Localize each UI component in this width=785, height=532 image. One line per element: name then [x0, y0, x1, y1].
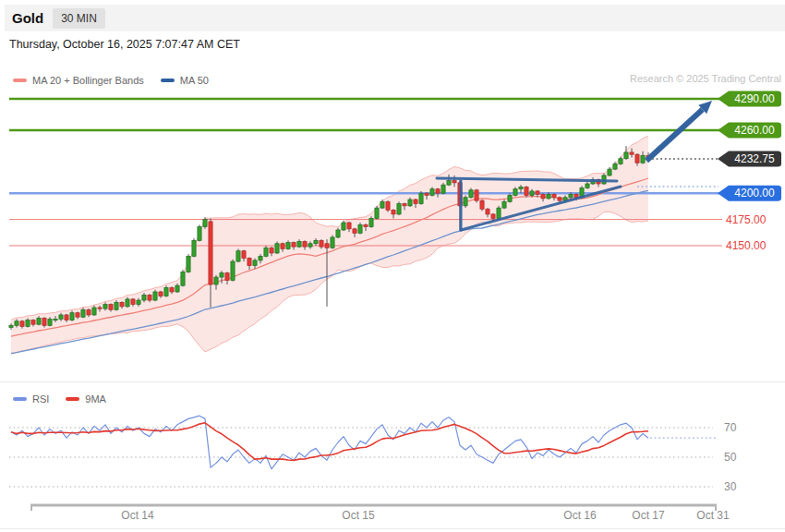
- price-tag-label: 4260.00: [734, 124, 775, 137]
- candle-body: [380, 201, 384, 208]
- candle-body: [397, 204, 401, 214]
- candle-body: [408, 200, 412, 206]
- main-panel: 4290.004260.004232.754200.004175.004150.…: [9, 91, 781, 354]
- candle-body: [613, 163, 617, 169]
- candle-body: [26, 320, 30, 327]
- candle-body: [54, 319, 57, 320]
- candle-body: [164, 287, 168, 296]
- candle-body: [486, 209, 489, 214]
- candle-body: [347, 223, 351, 229]
- candle-body: [425, 193, 429, 195]
- candle-body: [87, 309, 91, 315]
- legend-item-9ma: 9MA: [66, 393, 106, 405]
- x-axis-label-oct-15: Oct 15: [342, 509, 374, 522]
- price-tag-label: 4232.75: [734, 152, 775, 165]
- candle-body: [502, 201, 506, 208]
- candle-body: [547, 194, 550, 199]
- x-axis-label-oct-17: Oct 17: [632, 509, 664, 522]
- candle-body: [430, 189, 434, 196]
- candle-body: [175, 285, 179, 292]
- candle-body: [491, 214, 495, 219]
- price-tag-label: 4290.00: [734, 92, 775, 105]
- rsi-tick-label: 70: [724, 421, 737, 434]
- candle-body: [98, 308, 102, 308]
- candle-body: [170, 287, 174, 292]
- candle-body: [320, 240, 323, 247]
- candle-body: [630, 152, 634, 154]
- candle-body: [225, 273, 229, 281]
- legend-item-rsi: RSI: [13, 393, 49, 405]
- candle-body: [59, 315, 63, 320]
- candle-body: [414, 200, 417, 204]
- rsi-tick-label: 30: [724, 480, 737, 493]
- candle-body: [403, 204, 406, 206]
- main-legend: MA 20 + Bollinger Bands MA 50: [13, 75, 225, 86]
- candle-body: [48, 319, 52, 325]
- candle-body: [641, 155, 645, 163]
- candle-body: [392, 210, 395, 214]
- candle-body: [447, 181, 451, 186]
- candle-body: [242, 251, 246, 259]
- rsi-legend: RSI 9MA: [13, 393, 123, 405]
- candle-body: [369, 218, 373, 226]
- candle-body: [586, 184, 589, 188]
- candle-body: [286, 243, 290, 249]
- bollinger-band-fill: [11, 136, 648, 353]
- candle-body: [519, 187, 523, 188]
- candle-body: [464, 198, 467, 206]
- candle-body: [436, 189, 440, 194]
- candle-body: [248, 259, 251, 266]
- candle-body: [81, 309, 85, 317]
- candle-body: [153, 292, 157, 300]
- header-band: Gold 30 MIN: [5, 5, 785, 31]
- candle-body: [109, 305, 113, 310]
- candle-body: [137, 300, 140, 305]
- candle-body: [214, 277, 218, 284]
- candle-body: [525, 187, 528, 195]
- candle-body: [31, 320, 35, 325]
- candle-body: [181, 272, 185, 285]
- candle-body: [308, 244, 312, 247]
- candle-body: [253, 260, 257, 266]
- legend-label: 9MA: [85, 393, 106, 405]
- candle-body: [358, 224, 362, 233]
- candle-body: [619, 159, 622, 164]
- candle-body: [126, 299, 129, 307]
- ma50-color-dash-icon: [161, 79, 175, 82]
- research-credit: Research © 2025 Trading Central: [630, 73, 781, 84]
- candle-body: [20, 321, 24, 327]
- candle-body: [131, 299, 135, 305]
- candle-body: [231, 261, 235, 280]
- candle-body: [325, 244, 329, 248]
- candle-body: [259, 256, 262, 260]
- candle-body: [536, 191, 539, 194]
- bottom-border: [0, 528, 785, 529]
- candle-body: [103, 305, 107, 309]
- candle-body: [70, 313, 74, 320]
- candle-body: [120, 302, 124, 307]
- candle-body: [297, 241, 301, 247]
- candle-body: [192, 240, 196, 256]
- candle-body: [42, 318, 46, 325]
- candle-body: [148, 295, 151, 300]
- rsi-tick-label: 50: [724, 451, 737, 464]
- candle-body: [15, 321, 18, 326]
- candle-body: [342, 223, 345, 230]
- candle-body: [441, 185, 445, 193]
- candle-body: [453, 181, 456, 183]
- candle-body: [37, 318, 41, 324]
- candle-body: [270, 248, 273, 253]
- candle-body: [331, 237, 334, 248]
- legend-item-ma50: MA 50: [161, 75, 209, 86]
- candle-body: [480, 200, 484, 209]
- candle-body: [65, 315, 68, 320]
- x-axis-label-oct-14: Oct 14: [121, 509, 153, 522]
- rsi-color-dash-icon: [13, 397, 27, 401]
- candle-body: [475, 190, 478, 200]
- candle-body: [624, 152, 628, 159]
- candle-body: [530, 191, 534, 196]
- legend-label: MA 20 + Bollinger Bands: [32, 75, 144, 86]
- rsi-panel: 705030: [9, 416, 737, 493]
- candle-body: [375, 208, 379, 218]
- x-axis-label-oct-16: Oct 16: [563, 509, 596, 522]
